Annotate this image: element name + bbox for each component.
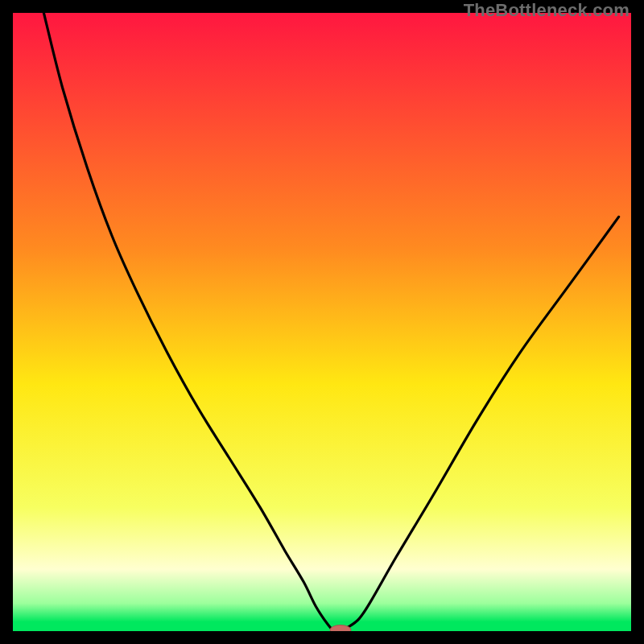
gradient-background <box>13 13 631 631</box>
bottleneck-chart <box>13 13 631 631</box>
watermark-text: TheBottleneck.com <box>464 0 630 21</box>
chart-frame <box>13 13 631 631</box>
